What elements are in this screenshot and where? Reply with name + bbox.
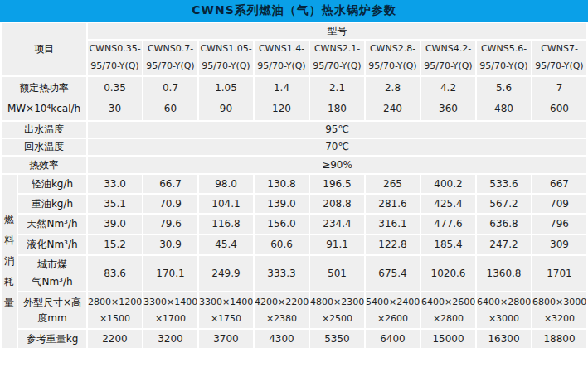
value-cell: 675.4 [365,255,420,292]
value-cell: 170.1 [143,255,198,292]
table-row: 液化Nm³/h 15.230.945.460.691.1122.8185.424… [1,234,587,255]
value-cell: 2.1 180 [309,76,365,121]
row-label-natural-gas: 天然Nm³/h [17,214,87,234]
value-cell: 6400×2800 ×3000 [476,292,532,329]
value-cell: 208.8 [309,194,365,214]
table-row: 城市煤 气Nm³/h 83.6170.1249.9333.3501675.410… [1,255,587,292]
table-row: 回水温度 70℃ [1,138,587,156]
value-cell: 122.8 [365,234,420,255]
value-cell: 333.3 [254,255,309,292]
table-row: 燃 料 消 耗 量 轻油kg/h 33.066.798.0130.8196.52… [1,174,587,194]
value-cell: 7 600 [532,76,587,121]
value-cell: 70.9 [143,194,198,214]
row-label-efficiency: 热效率 [1,156,87,174]
value-cell: 2800×1200 ×1500 [87,292,143,329]
row-label-lpg: 液化Nm³/h [17,234,87,255]
value-cell: 6800×3000 ×3200 [532,292,587,329]
value-cell: 0.35 30 [87,76,143,121]
value-cell: 83.6 [87,255,143,292]
row-label-outlet-temp: 出水温度 [1,121,87,138]
row-label-city-gas: 城市煤 气Nm³/h [17,255,87,292]
value-cell: 15.2 [87,234,143,255]
value-cell: 425.4 [420,194,476,214]
value-cell: 265 [365,174,420,194]
value-cell: 185.4 [420,234,476,255]
row-label-heavy-oil: 重油kg/h [17,194,87,214]
value-cell: CWNS0.7- 95/70-Y(Q) [143,40,198,76]
value-cell: 533.6 [476,174,532,194]
boiler-spec-table: 项目 型号 CWNS0.35- 95/70-Y(Q)CWNS0.7- 95/70… [0,22,588,350]
value-cell: 501 [309,255,365,292]
value-cell: 4.2 360 [420,76,476,121]
value-cell: 33.0 [87,174,143,194]
value-cell: 15000 [420,329,476,349]
value-cell: 636.8 [476,214,532,234]
value-cell: 400.2 [420,174,476,194]
value-cell: 281.6 [365,194,420,214]
value-cell: 5350 [309,329,365,349]
value-cell: 6400×2600 ×2800 [420,292,476,329]
value-cell: 139.0 [254,194,309,214]
model-group-header: 型号 [87,22,587,40]
value-cell: 1360.8 [476,255,532,292]
value-cell: 116.8 [198,214,254,234]
value-cell: CWNS1.05- 95/70-Y(Q) [198,40,254,76]
value-cell: 567.2 [476,194,532,214]
value-cell: 234.4 [309,214,365,234]
value-cell: CWNS0.35- 95/70-Y(Q) [87,40,143,76]
value-cell: CWNS4.2- 95/70-Y(Q) [420,40,476,76]
table-row: 热效率 ≥90% [1,156,587,174]
row-label-return-temp: 回水温度 [1,138,87,156]
value-cell: 5.6 480 [476,76,532,121]
value-cell: 4300 [254,329,309,349]
value-cell: 4200×2200 ×2380 [254,292,309,329]
value-cell: CWNS1.4- 95/70-Y(Q) [254,40,309,76]
table-row: 项目 型号 [1,22,587,40]
value-cell: 796 [532,214,587,234]
value-cell: 249.9 [198,255,254,292]
value-cell: CWNS2.1- 95/70-Y(Q) [309,40,365,76]
fuel-consumption-group-label: 燃 料 消 耗 量 [1,174,17,349]
value-cell: 3300×1400 ×1700 [143,292,198,329]
value-cell: 6400 [365,329,420,349]
value-cell: 316.1 [365,214,420,234]
value-cell: 60.6 [254,234,309,255]
items-column-header: 项目 [1,22,87,76]
value-cell: 2200 [87,329,143,349]
row-label-weight: 参考重量kg [17,329,87,349]
value-cell: 35.1 [87,194,143,214]
value-cell: 104.1 [198,194,254,214]
table-row: 重油kg/h 35.170.9104.1139.0208.8281.6425.4… [1,194,587,214]
table-row: 出水温度 95℃ [1,121,587,138]
table-row: CWNS0.35- 95/70-Y(Q)CWNS0.7- 95/70-Y(Q)C… [1,40,587,76]
value-cell: 4800×2300 ×2500 [309,292,365,329]
value-cell: CWNS5.6- 95/70-Y(Q) [476,40,532,76]
value-cell: 3700 [198,329,254,349]
value-cell: 477.6 [420,214,476,234]
value-cell: 130.8 [254,174,309,194]
value-cell: 709 [532,194,587,214]
value-cell: 0.7 60 [143,76,198,121]
row-label-dimensions: 外型尺寸×高 度mm [17,292,87,329]
value-cell: 45.4 [198,234,254,255]
value-cell: 309 [532,234,587,255]
table-row: 参考重量kg 220032003700430053506400150001630… [1,329,587,349]
value-cell: 1.4 120 [254,76,309,121]
return-temp-value: 70℃ [87,138,587,156]
value-cell: 39.0 [87,214,143,234]
value-cell: 3200 [143,329,198,349]
value-cell: CWNS2.8- 95/70-Y(Q) [365,40,420,76]
value-cell: 30.9 [143,234,198,255]
value-cell: 16300 [476,329,532,349]
value-cell: 18800 [532,329,587,349]
value-cell: 156.0 [254,214,309,234]
value-cell: 5400×2400 ×2600 [365,292,420,329]
row-label-rated-power: 额定热功率 MW×10⁴kcal/h [1,76,87,121]
value-cell: 196.5 [309,174,365,194]
row-label-light-oil: 轻油kg/h [17,174,87,194]
value-cell: 1.05 90 [198,76,254,121]
value-cell: 2.8 240 [365,76,420,121]
value-cell: 91.1 [309,234,365,255]
table-row: 额定热功率 MW×10⁴kcal/h 0.35 300.7 601.05 901… [1,76,587,121]
value-cell: CWNS7- 95/70-Y(Q) [532,40,587,76]
